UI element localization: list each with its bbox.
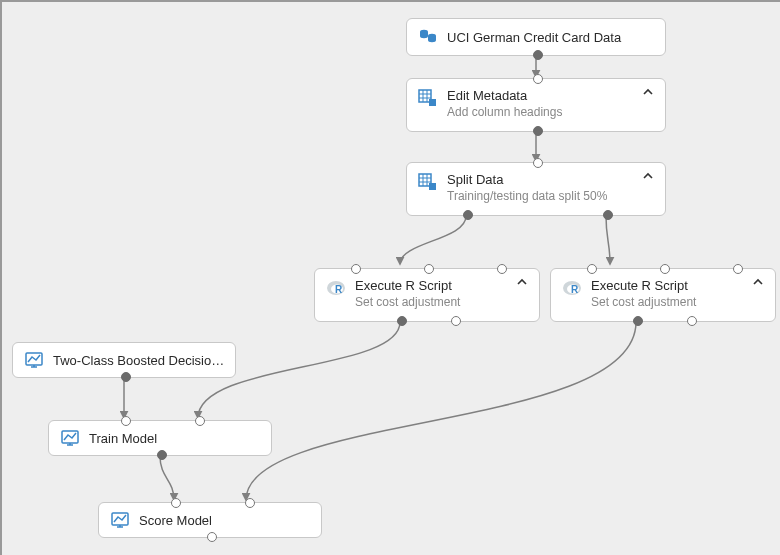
node-title: Edit Metadata [447, 87, 635, 104]
node-execute-r-script-2[interactable]: R Execute R Script Set cost adjustment [550, 268, 776, 322]
input-port-1[interactable] [351, 264, 361, 274]
node-two-class-boosted-decision[interactable]: Two-Class Boosted Decision... [12, 342, 236, 378]
node-uci-german-credit[interactable]: UCI German Credit Card Data [406, 18, 666, 56]
node-title: UCI German Credit Card Data [447, 29, 655, 46]
node-title: Execute R Script [591, 277, 745, 294]
output-port[interactable] [533, 50, 543, 60]
output-port-1[interactable] [633, 316, 643, 326]
output-port[interactable] [533, 126, 543, 136]
output-port[interactable] [157, 450, 167, 460]
input-port-1[interactable] [121, 416, 131, 426]
input-port-1[interactable] [587, 264, 597, 274]
grid-split-icon [417, 171, 439, 193]
node-subtitle: Add column headings [447, 105, 635, 120]
input-port[interactable] [533, 74, 543, 84]
node-title: Split Data [447, 171, 635, 188]
node-split-data[interactable]: Split Data Training/testing data split 5… [406, 162, 666, 216]
output-port-2[interactable] [451, 316, 461, 326]
node-title: Two-Class Boosted Decision... [53, 352, 225, 369]
node-score-model[interactable]: Score Model [98, 502, 322, 538]
chevron-up-icon[interactable] [751, 277, 765, 287]
node-execute-r-script-1[interactable]: R Execute R Script Set cost adjustment [314, 268, 540, 322]
output-port-1[interactable] [397, 316, 407, 326]
svg-text:R: R [335, 284, 343, 295]
input-port-3[interactable] [497, 264, 507, 274]
node-title: Execute R Script [355, 277, 509, 294]
node-edit-metadata[interactable]: Edit Metadata Add column headings [406, 78, 666, 132]
input-port[interactable] [533, 158, 543, 168]
input-port-2[interactable] [245, 498, 255, 508]
output-port-2[interactable] [687, 316, 697, 326]
chevron-up-icon[interactable] [515, 277, 529, 287]
input-port-1[interactable] [171, 498, 181, 508]
input-port-2[interactable] [424, 264, 434, 274]
output-port-2[interactable] [603, 210, 613, 220]
chevron-up-icon[interactable] [641, 171, 655, 181]
node-title: Train Model [89, 430, 261, 447]
output-port[interactable] [207, 532, 217, 542]
svg-text:R: R [571, 284, 579, 295]
model-icon [59, 427, 81, 449]
node-train-model[interactable]: Train Model [48, 420, 272, 456]
model-icon [109, 509, 131, 531]
input-port-3[interactable] [733, 264, 743, 274]
node-title: Score Model [139, 512, 311, 529]
input-port-2[interactable] [195, 416, 205, 426]
r-script-icon: R [325, 277, 347, 299]
node-subtitle: Set cost adjustment [591, 295, 745, 310]
output-port[interactable] [121, 372, 131, 382]
grid-edit-icon [417, 87, 439, 109]
pipeline-canvas: UCI German Credit Card Data Edit Metadat… [2, 2, 780, 555]
svg-rect-7 [429, 99, 436, 106]
r-script-icon: R [561, 277, 583, 299]
output-port-1[interactable] [463, 210, 473, 220]
chevron-up-icon[interactable] [641, 87, 655, 97]
model-icon [23, 349, 45, 371]
svg-rect-13 [429, 183, 436, 190]
node-subtitle: Training/testing data split 50% [447, 189, 635, 204]
node-subtitle: Set cost adjustment [355, 295, 509, 310]
dataset-icon [417, 26, 439, 48]
input-port-2[interactable] [660, 264, 670, 274]
